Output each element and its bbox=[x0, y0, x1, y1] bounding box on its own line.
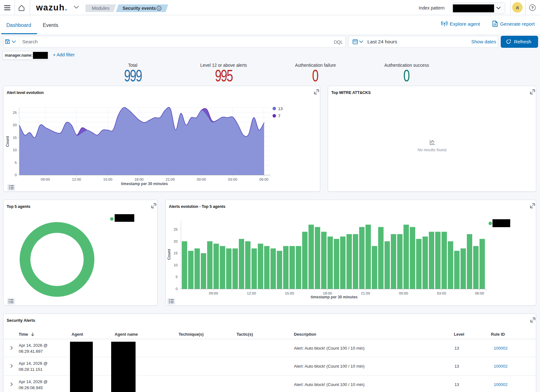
svg-text:00:00: 00:00 bbox=[399, 291, 408, 295]
svg-text:15: 15 bbox=[13, 136, 17, 140]
svg-text:Count: Count bbox=[167, 249, 171, 260]
svg-text:?: ? bbox=[531, 6, 534, 10]
svg-text:12:00: 12:00 bbox=[72, 177, 81, 181]
svg-text:03:00: 03:00 bbox=[437, 291, 446, 295]
svg-text:15:00: 15:00 bbox=[285, 291, 294, 295]
svg-text:25: 25 bbox=[174, 227, 178, 231]
svg-text:25: 25 bbox=[13, 111, 17, 115]
svg-text:Count: Count bbox=[5, 136, 10, 147]
svg-text:09:00: 09:00 bbox=[41, 177, 50, 181]
svg-text:03:00: 03:00 bbox=[228, 177, 237, 181]
svg-text:timestamp per 30 minutes: timestamp per 30 minutes bbox=[311, 295, 358, 299]
svg-text:20: 20 bbox=[13, 123, 17, 127]
svg-text:0: 0 bbox=[176, 287, 178, 291]
svg-text:21:00: 21:00 bbox=[166, 177, 175, 181]
svg-text:20: 20 bbox=[174, 240, 178, 243]
svg-text:18:00: 18:00 bbox=[134, 177, 143, 181]
svg-text:10: 10 bbox=[13, 148, 17, 152]
svg-text:00:00: 00:00 bbox=[197, 177, 206, 181]
svg-text:7: 7 bbox=[278, 114, 280, 118]
svg-text:timestamp per 30 minutes: timestamp per 30 minutes bbox=[121, 182, 168, 186]
svg-text:06:00: 06:00 bbox=[259, 177, 269, 181]
svg-text:10: 10 bbox=[174, 263, 178, 267]
svg-text:5: 5 bbox=[15, 161, 17, 165]
svg-text:15: 15 bbox=[174, 251, 178, 255]
svg-text:09:00: 09:00 bbox=[209, 291, 218, 295]
svg-text:12:00: 12:00 bbox=[247, 291, 256, 295]
svg-text:15:00: 15:00 bbox=[103, 177, 112, 181]
svg-text:21:00: 21:00 bbox=[361, 291, 370, 295]
svg-text:0: 0 bbox=[15, 173, 17, 177]
svg-text:06:00: 06:00 bbox=[475, 291, 484, 295]
svg-text:13: 13 bbox=[278, 106, 283, 111]
svg-text:5: 5 bbox=[176, 275, 178, 279]
